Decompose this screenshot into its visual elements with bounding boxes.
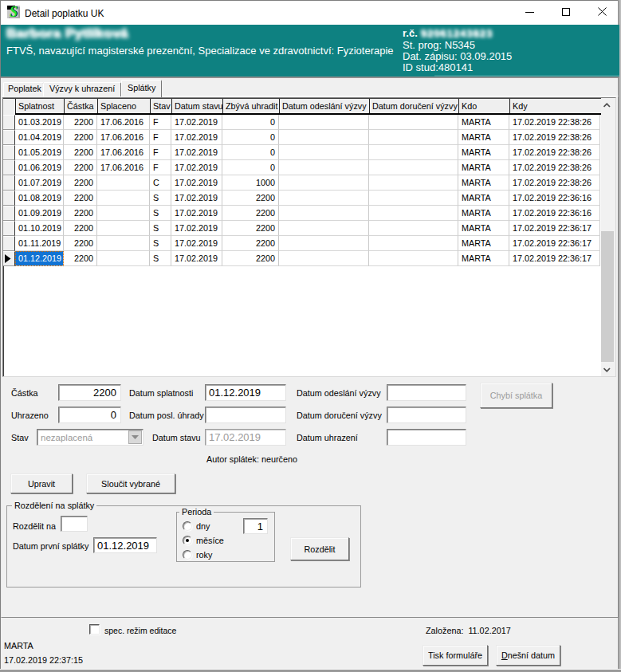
svg-text:S: S — [10, 6, 18, 18]
